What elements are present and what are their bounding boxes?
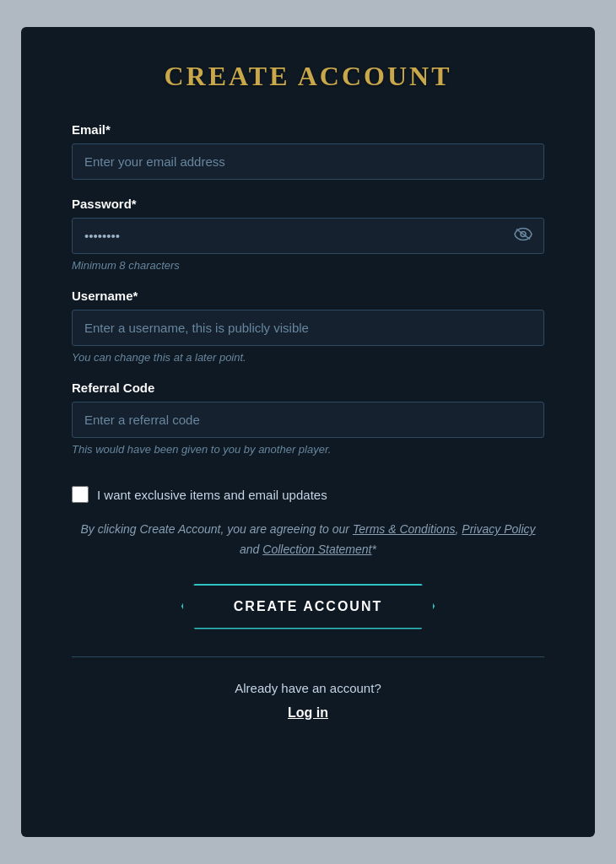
username-input[interactable] [72, 310, 544, 346]
username-group: Username* You can change this at a later… [72, 289, 544, 364]
password-group: Password* Minimum 8 characters [72, 197, 544, 272]
password-hint: Minimum 8 characters [72, 259, 544, 272]
email-label: Email* [72, 122, 544, 137]
email-group: Email* [72, 122, 544, 180]
username-hint: You can change this at a later point. [72, 351, 544, 364]
referral-label: Referral Code [72, 381, 544, 395]
toggle-password-icon[interactable] [514, 227, 532, 245]
page-title: CREATE ACCOUNT [72, 61, 544, 92]
terms-text: By clicking Create Account, you are agre… [72, 520, 544, 560]
create-account-card: CREATE ACCOUNT Email* Password* Minimum … [21, 27, 595, 837]
login-link[interactable]: Log in [72, 705, 544, 721]
submit-wrapper: CREATE ACCOUNT [72, 584, 544, 629]
username-label: Username* [72, 289, 544, 303]
create-account-button[interactable]: CREATE ACCOUNT [181, 584, 435, 629]
newsletter-checkbox[interactable] [72, 486, 89, 503]
newsletter-label[interactable]: I want exclusive items and email updates [97, 488, 327, 502]
referral-hint: This would have been given to you by ano… [72, 443, 544, 456]
newsletter-checkbox-row: I want exclusive items and email updates [72, 486, 544, 503]
referral-group: Referral Code This would have been given… [72, 381, 544, 456]
password-input[interactable] [72, 218, 544, 254]
terms-conditions-link[interactable]: Terms & Conditions [353, 522, 456, 536]
divider [72, 656, 544, 657]
password-wrapper [72, 218, 544, 254]
collection-statement-link[interactable]: Collection Statement [262, 543, 371, 556]
privacy-policy-link[interactable]: Privacy Policy [462, 522, 535, 536]
already-have-account-text: Already have an account? [72, 681, 544, 695]
password-label: Password* [72, 197, 544, 211]
referral-input[interactable] [72, 402, 544, 438]
svg-line-1 [516, 229, 530, 239]
email-input[interactable] [72, 143, 544, 180]
